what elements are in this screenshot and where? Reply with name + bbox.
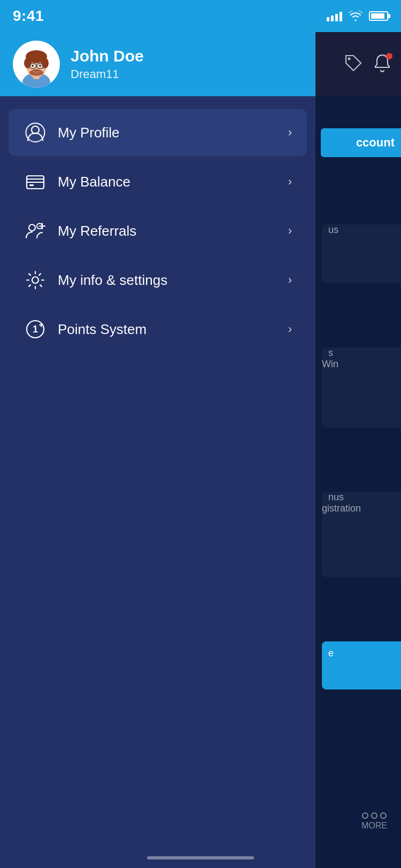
referrals-icon xyxy=(24,219,47,243)
chevron-icon-points-system: › xyxy=(288,322,292,336)
chevron-icon-my-balance: › xyxy=(288,175,292,189)
more-circle-1 xyxy=(362,812,368,819)
svg-point-29 xyxy=(348,58,351,60)
more-button[interactable]: MORE xyxy=(348,807,401,836)
signal-bar-3 xyxy=(335,14,338,21)
signal-icon xyxy=(327,11,342,21)
settings-icon xyxy=(24,268,47,292)
bell-notification-badge xyxy=(386,53,392,59)
svg-rect-19 xyxy=(29,184,34,186)
svg-point-24 xyxy=(32,277,38,283)
signal-bar-2 xyxy=(331,15,334,21)
svg-rect-18 xyxy=(27,179,44,182)
menu-label-my-referrals: My Referrals xyxy=(58,223,288,239)
drawer-user-info: John Doe Dream11 xyxy=(71,47,144,81)
balance-icon xyxy=(24,170,47,193)
status-bar: 9:41 xyxy=(0,0,401,32)
status-time: 9:41 xyxy=(13,7,44,25)
svg-text:1: 1 xyxy=(33,324,38,335)
right-panel-bg: ccount us sWin nusgistration e MORE xyxy=(315,32,401,868)
menu-item-my-balance[interactable]: My Balance › xyxy=(9,158,307,205)
avatar-image xyxy=(13,41,60,88)
tag-icon-container[interactable] xyxy=(343,53,364,75)
wifi-icon xyxy=(349,11,363,21)
more-circle-3 xyxy=(380,812,387,819)
menu-item-my-profile[interactable]: My Profile › xyxy=(9,109,307,156)
header-right-area xyxy=(315,32,401,96)
bg-card-1-text: us xyxy=(322,218,345,242)
more-circles xyxy=(362,812,387,819)
signal-bar-4 xyxy=(340,12,342,21)
drawer-user-subtitle: Dream11 xyxy=(71,67,144,81)
bg-card-2: sWin xyxy=(322,347,401,428)
more-circle-2 xyxy=(371,812,377,819)
menu-label-my-info-settings: My info & settings xyxy=(58,272,288,289)
battery-fill xyxy=(371,13,384,19)
bg-blue-btn-text: e xyxy=(322,641,401,665)
svg-point-10 xyxy=(39,65,41,67)
status-icons xyxy=(327,11,388,21)
svg-point-6 xyxy=(41,58,49,68)
svg-point-5 xyxy=(24,58,32,68)
svg-point-14 xyxy=(29,69,43,76)
chevron-icon-my-referrals: › xyxy=(288,224,292,238)
points-icon: 1 xyxy=(24,317,47,341)
chevron-icon-my-info-settings: › xyxy=(288,273,292,287)
avatar xyxy=(13,41,60,88)
bell-icon-container[interactable] xyxy=(372,53,392,75)
svg-point-9 xyxy=(32,65,34,67)
account-button-label: ccount xyxy=(356,136,395,150)
menu-item-my-referrals[interactable]: My Referrals › xyxy=(9,207,307,254)
bg-card-3: nusgistration xyxy=(322,492,401,577)
menu-label-points-system: Points System xyxy=(58,321,288,338)
bg-blue-btn[interactable]: e xyxy=(322,641,401,689)
bg-card-3-text: nusgistration xyxy=(322,485,367,520)
navigation-drawer: John Doe Dream11 My Profile › xyxy=(0,0,315,868)
profile-icon xyxy=(24,121,47,144)
svg-point-15 xyxy=(32,126,39,134)
chevron-icon-my-profile: › xyxy=(288,126,292,140)
menu-label-my-balance: My Balance xyxy=(58,174,288,190)
signal-bar-1 xyxy=(327,17,329,21)
battery-icon xyxy=(369,11,388,21)
menu-item-points-system[interactable]: 1 Points System › xyxy=(9,306,307,353)
bg-card-2-text: sWin xyxy=(322,341,345,376)
svg-point-20 xyxy=(29,224,35,231)
tag-icon xyxy=(343,53,364,73)
menu-items-list: My Profile › My Balance › xyxy=(0,96,315,868)
account-button[interactable]: ccount xyxy=(321,128,401,157)
bg-card-1: us xyxy=(322,224,401,283)
drawer-user-name: John Doe xyxy=(71,47,144,65)
menu-label-my-profile: My Profile xyxy=(58,125,288,141)
home-indicator xyxy=(147,856,254,859)
more-label: MORE xyxy=(361,821,387,831)
menu-item-my-info-settings[interactable]: My info & settings › xyxy=(9,257,307,304)
